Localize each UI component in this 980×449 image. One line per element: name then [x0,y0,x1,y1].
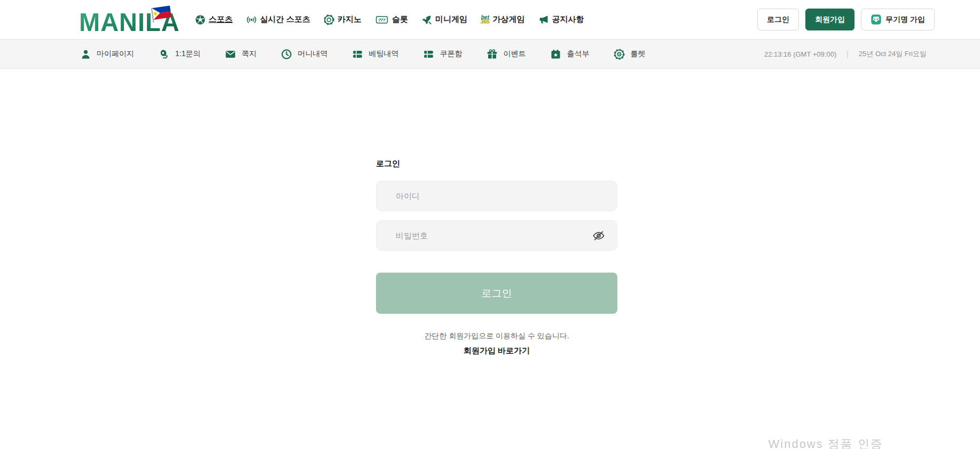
windows-activation-watermark: Windows 정품 인증 [769,436,883,449]
subnav-item-money-history[interactable]: 머니내역 [281,49,327,60]
envelope-icon [225,49,236,60]
server-time: 22:13:16 (GMT +09:00) [764,50,836,58]
nav-item-live-sports[interactable]: 실시간 스포츠 [246,14,310,25]
nav-item-label: 실시간 스포츠 [260,14,310,25]
anonymous-signup-button[interactable]: 무기명 가입 [861,9,935,30]
subnav-item-label: 룰렛 [630,49,645,59]
subnav-item-label: 베팅내역 [369,49,398,59]
subnav-item-label: 마이페이지 [97,49,134,59]
main-nav: 스포츠 실시간 스포츠 [195,14,584,25]
roulette-icon [614,49,625,60]
subnav-item-roulette[interactable]: 룰렛 [614,49,645,60]
server-date: 25년 Oct 24일 Fri요일 [859,49,927,59]
rocket-icon [421,14,432,25]
user-icon [80,49,91,60]
sub-nav: 마이페이지 1:1문의 쪽지 [0,39,980,69]
manila-logo[interactable]: MANILA [79,11,180,33]
nav-item-label: 가상게임 [493,14,525,25]
signup-shortcut-link[interactable]: 회원가입 바로가기 [376,346,617,356]
nav-item-notices[interactable]: 공지사항 [538,14,584,25]
subnav-item-coupons[interactable]: 쿠폰함 [423,49,462,60]
subnav-item-label: 쿠폰함 [440,49,462,59]
nav-item-virtual-games[interactable]: bet 365 가상게임 [481,14,525,25]
slot-777-icon: 777 [375,14,389,25]
sub-nav-items: 마이페이지 1:1문의 쪽지 [80,49,645,60]
toggle-password-visibility-button[interactable] [592,229,606,243]
subnav-item-label: 쪽지 [241,49,256,59]
anonymous-signup-label: 무기명 가입 [885,15,925,25]
clock-icon [281,49,292,60]
betting-list-icon [352,49,363,60]
nav-item-minigames[interactable]: 미니게임 [421,14,467,25]
calendar-star-icon [550,49,561,60]
password-field-wrap [376,220,617,251]
nav-item-sports[interactable]: 스포츠 [195,14,233,25]
subnav-item-mypage[interactable]: 마이페이지 [80,49,134,60]
top-header: MANILA [0,0,980,39]
subnav-item-label: 출석부 [567,49,589,59]
nav-item-label: 카지노 [338,14,362,25]
id-field-wrap [376,181,617,211]
signup-hint-text: 간단한 회원가입으로 이용하실 수 있습니다. [376,331,617,341]
nav-item-casino[interactable]: 카지노 [324,14,362,25]
subnav-item-events[interactable]: 이벤트 [487,49,526,60]
id-input[interactable] [376,181,617,211]
login-submit-button[interactable]: 로그인 [376,273,617,314]
subnav-item-attendance[interactable]: 출석부 [550,49,589,60]
nav-item-label: 슬롯 [392,14,408,25]
subnav-item-label: 1:1문의 [175,49,200,59]
subnav-item-label: 머니내역 [297,49,327,59]
gift-icon [487,49,498,60]
subnav-item-betting-history[interactable]: 베팅내역 [352,49,398,60]
login-panel: 로그인 로그인 간단한 회원가입으로 이용하실 수 있습니다. 회원가입 바로가… [376,159,617,356]
signup-button[interactable]: 회원가입 [805,9,854,30]
philippines-flag-icon [149,6,173,22]
clock-divider: | [846,50,849,58]
live-broadcast-icon [246,14,257,25]
subnav-item-label: 이벤트 [503,49,526,59]
clock-area: 22:13:16 (GMT +09:00) | 25년 Oct 24일 Fri요… [764,49,927,59]
coupon-icon [423,49,434,60]
casino-chip-icon [324,14,334,25]
soccer-ball-icon [195,14,206,25]
header-actions: 로그인 회원가입 무기명 가입 [757,9,935,30]
tether-icon [871,14,882,25]
login-form-title: 로그인 [376,159,617,169]
nav-item-label: 미니게임 [435,14,467,25]
nav-item-label: 스포츠 [209,14,233,25]
eye-slash-icon [592,229,605,242]
nav-item-slots[interactable]: 777 슬롯 [375,14,408,25]
svg-text:777: 777 [378,18,386,22]
login-button[interactable]: 로그인 [757,9,799,30]
subnav-item-messages[interactable]: 쪽지 [225,49,256,60]
nav-item-label: 공지사항 [552,14,584,25]
megaphone-icon [538,14,549,25]
subnav-item-inquiry[interactable]: 1:1문의 [159,49,200,60]
bet365-icon: bet 365 [481,16,490,24]
chat-qa-icon [159,49,170,60]
password-input[interactable] [376,220,617,251]
